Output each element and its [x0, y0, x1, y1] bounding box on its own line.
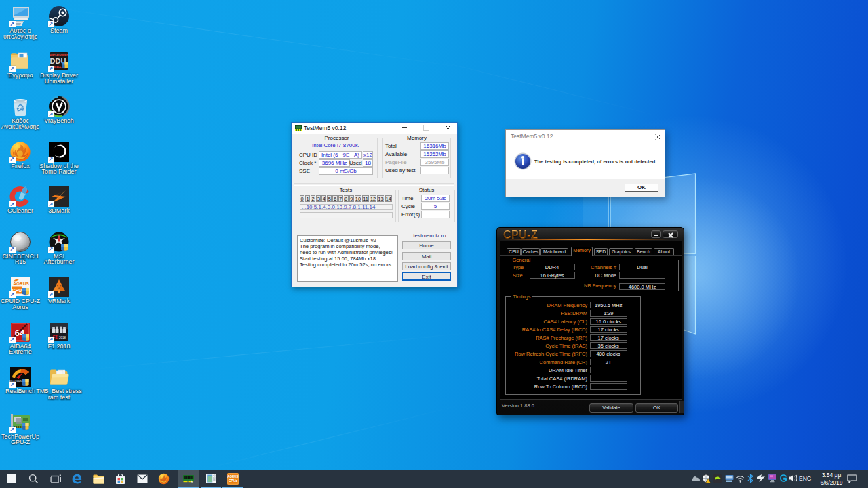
- svg-text:CPUz: CPUz: [229, 479, 238, 483]
- svg-text:AORUS: AORUS: [13, 281, 29, 286]
- svg-text:2018: 2018: [59, 336, 66, 339]
- svg-text:DISPLAYDRIVER: DISPLAYDRIVER: [50, 54, 68, 56]
